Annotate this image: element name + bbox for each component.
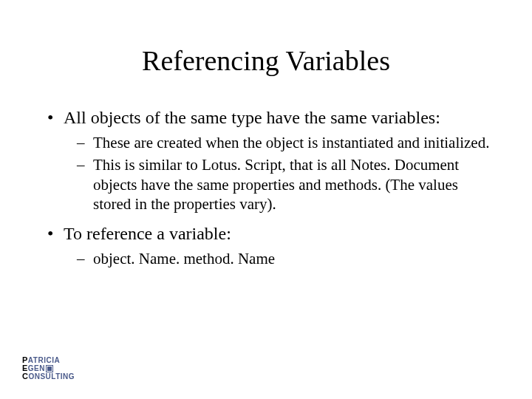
slide-content: All objects of the same type have the sa… [37, 106, 495, 268]
bullet-level2: This is similar to Lotus. Script, that i… [44, 155, 495, 214]
slide: Referencing Variables All objects of the… [0, 0, 532, 399]
company-logo: PATRICIA EGEN CONSULTING [22, 356, 83, 383]
logo-line-1: PATRICIA [22, 356, 83, 364]
bullet-level2: These are created when the object is ins… [44, 133, 495, 152]
logo-line-2: EGEN [22, 364, 83, 372]
bullet-level1: All objects of the same type have the sa… [44, 106, 495, 129]
bullet-level2: object. Name. method. Name [44, 249, 495, 268]
slide-title: Referencing Variables [37, 44, 495, 77]
logo-square-icon [46, 365, 53, 372]
logo-rest: ONSULTING [28, 372, 75, 381]
logo-rest: ATRICIA [28, 356, 60, 364]
spacer [44, 216, 495, 222]
logo-initial: C [22, 372, 28, 381]
bullet-level1: To reference a variable: [44, 222, 495, 245]
logo-rest: GEN [28, 364, 45, 372]
logo-line-3: CONSULTING [22, 372, 83, 381]
